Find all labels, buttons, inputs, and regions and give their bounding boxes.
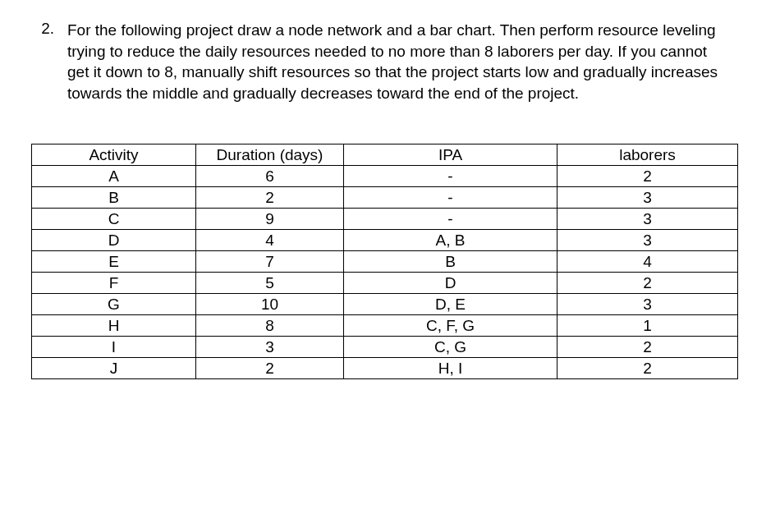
cell-ipa: - xyxy=(344,165,557,186)
cell-laborers: 2 xyxy=(557,357,738,378)
cell-ipa: D, E xyxy=(344,293,557,314)
cell-duration: 5 xyxy=(196,272,344,293)
cell-activity: D xyxy=(32,229,196,250)
table-row: A 6 - 2 xyxy=(32,165,738,186)
cell-activity: G xyxy=(32,293,196,314)
cell-duration: 6 xyxy=(196,165,344,186)
cell-laborers: 3 xyxy=(557,229,738,250)
table-row: E 7 B 4 xyxy=(32,250,738,272)
table-header-row: Activity Duration (days) IPA laborers xyxy=(32,144,738,165)
cell-duration: 2 xyxy=(196,186,344,208)
table-row: J 2 H, I 2 xyxy=(32,357,738,378)
question-block: 2. For the following project draw a node… xyxy=(31,20,749,104)
col-header-laborers: laborers xyxy=(557,144,738,165)
cell-ipa: - xyxy=(344,208,557,229)
cell-laborers: 2 xyxy=(557,336,738,357)
cell-activity: I xyxy=(32,336,196,357)
question-number: 2. xyxy=(31,20,67,38)
cell-duration: 4 xyxy=(196,229,344,250)
cell-duration: 7 xyxy=(196,250,344,272)
cell-duration: 3 xyxy=(196,336,344,357)
cell-activity: B xyxy=(32,186,196,208)
table-row: D 4 A, B 3 xyxy=(32,229,738,250)
table-row: G 10 D, E 3 xyxy=(32,293,738,314)
cell-activity: E xyxy=(32,250,196,272)
cell-duration: 2 xyxy=(196,357,344,378)
cell-ipa: - xyxy=(344,186,557,208)
table-row: I 3 C, G 2 xyxy=(32,336,738,357)
table-row: F 5 D 2 xyxy=(32,272,738,293)
table-row: C 9 - 3 xyxy=(32,208,738,229)
cell-activity: J xyxy=(32,357,196,378)
cell-ipa: A, B xyxy=(344,229,557,250)
question-text: For the following project draw a node ne… xyxy=(67,20,749,104)
cell-laborers: 2 xyxy=(557,272,738,293)
cell-laborers: 1 xyxy=(557,314,738,336)
table-row: H 8 C, F, G 1 xyxy=(32,314,738,336)
activity-table: Activity Duration (days) IPA laborers A … xyxy=(31,144,738,379)
cell-ipa: C, F, G xyxy=(344,314,557,336)
cell-laborers: 2 xyxy=(557,165,738,186)
cell-duration: 10 xyxy=(196,293,344,314)
cell-activity: H xyxy=(32,314,196,336)
table-row: B 2 - 3 xyxy=(32,186,738,208)
cell-duration: 9 xyxy=(196,208,344,229)
cell-ipa: C, G xyxy=(344,336,557,357)
cell-activity: C xyxy=(32,208,196,229)
cell-laborers: 4 xyxy=(557,250,738,272)
cell-laborers: 3 xyxy=(557,186,738,208)
cell-laborers: 3 xyxy=(557,208,738,229)
cell-ipa: B xyxy=(344,250,557,272)
cell-ipa: H, I xyxy=(344,357,557,378)
cell-laborers: 3 xyxy=(557,293,738,314)
col-header-activity: Activity xyxy=(32,144,196,165)
col-header-duration: Duration (days) xyxy=(196,144,344,165)
cell-activity: A xyxy=(32,165,196,186)
cell-ipa: D xyxy=(344,272,557,293)
col-header-ipa: IPA xyxy=(344,144,557,165)
cell-duration: 8 xyxy=(196,314,344,336)
cell-activity: F xyxy=(32,272,196,293)
